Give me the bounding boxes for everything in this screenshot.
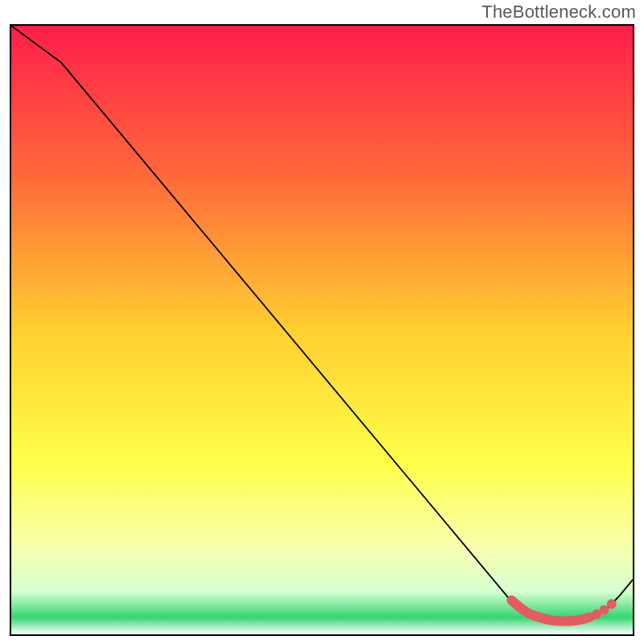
plot-area xyxy=(10,24,634,636)
chart-frame: TheBottleneck.com xyxy=(0,0,644,644)
plot-background xyxy=(11,26,633,634)
watermark-text: TheBottleneck.com xyxy=(481,2,636,23)
highlight-dot xyxy=(607,599,617,609)
chart-svg xyxy=(11,26,633,634)
highlight-dot xyxy=(600,605,609,615)
